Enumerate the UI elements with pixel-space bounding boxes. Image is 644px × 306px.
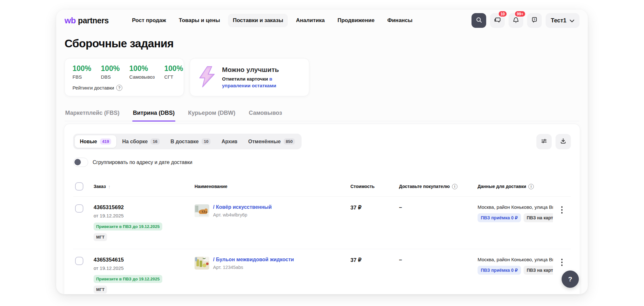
main-menu: Рост продаж Товары и цены Поставки и зак… — [127, 14, 417, 27]
rating-fbs: 100% FBS — [73, 64, 91, 80]
row-actions-menu[interactable] — [558, 204, 566, 216]
filter-new-count: 419 — [100, 138, 111, 145]
logo-partners: partners — [78, 16, 109, 25]
summary-cards: 100% FBS 100% DBS 100% Самовывоз 100% СГ… — [65, 58, 579, 96]
can-improve-card: Можно улучшить Отметили карточки в управ… — [190, 58, 309, 96]
wb-partners-logo[interactable]: wbpartners — [65, 16, 109, 26]
account-menu[interactable]: Тест1 — [546, 13, 579, 28]
column-price: Стоимость — [350, 184, 375, 189]
order-price: 37 ₽ — [350, 204, 399, 211]
row-checkbox[interactable] — [75, 204, 83, 213]
rating-dbs: 100% DBS — [101, 64, 120, 80]
chevron-down-icon — [570, 17, 574, 24]
nav-item-analytics[interactable]: Аналитика — [291, 14, 329, 27]
question-bubble-icon: ? — [531, 16, 538, 25]
group-by-address-label: Сгруппировать по адресу и дате доставки — [93, 160, 192, 165]
tab-pickup[interactable]: Самовывоз — [248, 110, 283, 121]
rating-pickup: 100% Самовывоз — [129, 64, 155, 80]
delivery-address: Москва, район Коньково, улица Вв — [478, 257, 553, 262]
filter-in-delivery[interactable]: В доставке 10 — [165, 135, 216, 148]
mgt-tag: МГТ — [94, 286, 107, 294]
select-all-checkbox[interactable] — [75, 182, 83, 191]
chat-icon — [494, 16, 501, 25]
product-image[interactable] — [195, 257, 209, 270]
product-name-link[interactable]: / Ковёр искусственный — [213, 204, 272, 210]
column-delivery-data: Данные для доставки — [478, 184, 526, 189]
filters-button[interactable] — [536, 134, 552, 149]
improve-card-text: Отметили карточки — [222, 76, 269, 82]
svg-text:?: ? — [533, 18, 535, 21]
status-filter-group: Новые 419 На сборке 16 В доставке 10 Арх… — [73, 134, 302, 149]
logo-wb: wb — [65, 16, 76, 26]
search-button[interactable] — [471, 13, 486, 28]
top-navigation: wbpartners Рост продаж Товары и цены Пос… — [56, 10, 588, 28]
app-window: wbpartners Рост продаж Товары и цены Пос… — [56, 10, 588, 294]
download-icon — [560, 137, 567, 146]
orders-table: Заказ ↑ Наименование Стоимость Доставьте… — [73, 178, 571, 294]
page-title: Сборочные задания — [65, 37, 588, 50]
column-name: Наименование — [195, 184, 227, 189]
filter-assembling[interactable]: На сборке 16 — [117, 135, 165, 148]
pvz-on-map-link[interactable]: ПВЗ на карте — [524, 213, 553, 222]
delivery-data-info-icon[interactable]: i — [528, 184, 534, 189]
header-actions: 10 99+ ? Тест1 — [471, 13, 579, 28]
product-image[interactable] — [195, 204, 209, 217]
nav-item-finance[interactable]: Финансы — [382, 14, 417, 27]
ratings-info-icon[interactable]: ? — [116, 85, 122, 91]
mgt-tag: МГТ — [94, 233, 107, 241]
order-id: 4365315692 — [94, 204, 124, 211]
ratings-caption: Рейтинги доставки — [73, 85, 114, 90]
deliver-to-info-icon[interactable]: i — [452, 184, 457, 189]
search-icon — [476, 17, 482, 25]
pvz-acceptance-badge: ПВЗ приёмка 0 ₽ — [478, 266, 521, 275]
tab-marketplace-fbs[interactable]: Маркетплейс (FBS) — [65, 110, 120, 121]
table-header: Заказ ↑ Наименование Стоимость Доставьте… — [73, 178, 571, 197]
rating-sgt: 100% СГТ — [164, 64, 183, 80]
filter-cancelled-count: 850 — [284, 138, 295, 145]
nav-item-promotion[interactable]: Продвижение — [333, 14, 379, 27]
feedback-button[interactable]: ? — [527, 13, 542, 28]
bell-icon — [512, 16, 519, 25]
filter-in-delivery-count: 10 — [202, 138, 211, 145]
filter-cancelled[interactable]: Отменённые 850 — [243, 135, 300, 148]
deadline-badge: Привезите в ПВЗ до 19.12.2025 — [94, 275, 162, 283]
delivery-tabs: Маркетплейс (FBS) Витрина (DBS) Курьером… — [65, 110, 579, 121]
account-name: Тест1 — [551, 17, 566, 24]
group-by-address-toggle[interactable] — [73, 158, 88, 167]
table-row: 4365354615 от 19.12.2025 Привезите в ПВЗ… — [73, 249, 571, 294]
nav-item-goods-prices[interactable]: Товары и цены — [174, 14, 225, 27]
notifications-button[interactable]: 99+ — [509, 13, 523, 28]
deliver-to-value: – — [399, 204, 478, 211]
column-order: Заказ — [94, 184, 106, 189]
help-button[interactable]: ? — [562, 271, 579, 288]
row-actions-menu[interactable] — [558, 257, 566, 268]
pvz-acceptance-badge: ПВЗ приёмка 0 ₽ — [478, 213, 521, 222]
sort-asc-icon[interactable]: ↑ — [108, 184, 111, 189]
filter-sliders-icon — [540, 137, 548, 146]
delivery-address: Москва, район Коньково, улица Вв — [478, 204, 553, 210]
filter-assembling-count: 16 — [150, 138, 159, 145]
order-date: от 19.12.2025 — [94, 265, 124, 271]
order-id: 4365354615 — [94, 257, 124, 263]
pvz-on-map-link[interactable]: ПВЗ на карте — [524, 266, 553, 275]
deliver-to-value: – — [399, 257, 478, 263]
row-checkbox[interactable] — [75, 257, 83, 265]
chat-button[interactable]: 10 — [490, 13, 505, 28]
improve-card-title: Можно улучшить — [222, 66, 302, 74]
product-article: Арт. 12345abs — [213, 265, 243, 270]
filter-new[interactable]: Новые 419 — [75, 135, 116, 148]
product-name-link[interactable]: / Бульон межвидовой жидкости — [213, 257, 294, 263]
order-date: от 19.12.2025 — [94, 213, 124, 218]
product-article: Арт. wb4wlbry6p — [213, 212, 247, 217]
nav-item-sales-growth[interactable]: Рост продаж — [127, 14, 171, 27]
tab-vitrina-dbs[interactable]: Витрина (DBS) — [132, 110, 175, 121]
nav-item-supplies-orders[interactable]: Поставки и заказы — [228, 14, 288, 27]
filter-archive[interactable]: Архив — [216, 136, 242, 148]
download-button[interactable] — [556, 134, 571, 149]
table-row: 4365315692 от 19.12.2025 Привезите в ПВЗ… — [73, 197, 571, 249]
order-price: 37 ₽ — [350, 257, 399, 263]
deadline-badge: Привезите в ПВЗ до 19.12.2025 — [94, 223, 162, 231]
tab-courier-dbw[interactable]: Курьером (DBW) — [188, 110, 236, 121]
column-deliver-to: Доставьте покупателю — [399, 184, 450, 189]
notifications-badge: 99+ — [514, 11, 526, 17]
